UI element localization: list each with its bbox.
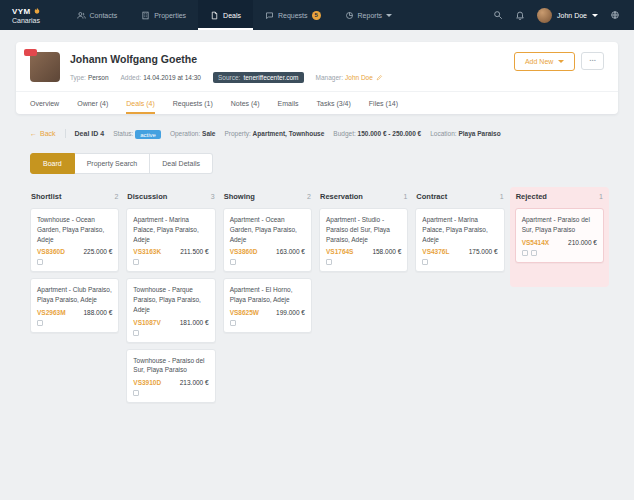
tab-overview[interactable]: Overview bbox=[30, 92, 59, 114]
logo[interactable]: VYM Canarias bbox=[0, 0, 55, 30]
nav-contacts[interactable]: Contacts bbox=[65, 0, 130, 30]
pencil-icon bbox=[376, 74, 383, 81]
property-title: Apartment - El Horno, Playa Paraiso, Ade… bbox=[230, 285, 305, 305]
view-toggle: Board Property Search Deal Details bbox=[30, 153, 213, 174]
board-column-discussion: Discussion3 Apartment - Marina Palace, P… bbox=[126, 192, 215, 409]
reports-icon bbox=[345, 11, 354, 20]
deal-status: Status: active bbox=[113, 130, 161, 137]
search-icon[interactable] bbox=[493, 10, 503, 20]
nav-label: Reports bbox=[358, 12, 383, 19]
deal-card[interactable]: Apartment - Marina Palace, Playa Paraiso… bbox=[415, 208, 504, 272]
column-count: 2 bbox=[307, 193, 311, 200]
nav-label: Contacts bbox=[90, 12, 118, 19]
card-checkbox[interactable] bbox=[133, 390, 139, 396]
meta-source: Source:teneriffecenter.com bbox=[213, 72, 304, 83]
property-search-view-button[interactable]: Property Search bbox=[75, 153, 151, 174]
deal-card[interactable]: Apartment - Club Paraiso, Playa Paraiso,… bbox=[30, 278, 119, 333]
column-title: Rejected bbox=[516, 192, 547, 201]
contact-meta: Type:Person Added:14.04.2019 at 14:30 So… bbox=[70, 72, 383, 83]
deal-card[interactable]: Townhouse - Paraiso del Sur, Playa Parai… bbox=[126, 349, 215, 404]
property-price: 188.000 € bbox=[83, 309, 112, 316]
tab-requests[interactable]: Requests (1) bbox=[173, 92, 213, 114]
card-checkbox[interactable] bbox=[422, 259, 428, 265]
property-price: 158.000 € bbox=[372, 248, 401, 255]
card-checkbox[interactable] bbox=[522, 250, 528, 256]
tab-notes[interactable]: Notes (4) bbox=[231, 92, 260, 114]
tab-emails[interactable]: Emails bbox=[278, 92, 299, 114]
deal-card[interactable]: Apartment - Ocean Garden, Playa Paraiso,… bbox=[223, 208, 312, 272]
property-code-link[interactable]: VS8360D bbox=[37, 248, 65, 255]
property-price: 210.000 € bbox=[568, 239, 597, 246]
card-checkbox[interactable] bbox=[37, 259, 43, 265]
logo-text: VYM bbox=[12, 7, 31, 16]
tab-tasks[interactable]: Tasks (3/4) bbox=[317, 92, 351, 114]
manager-link[interactable]: John Doe bbox=[345, 74, 383, 81]
divider bbox=[65, 129, 66, 138]
property-title: Apartment - Paraiso del Sur, Playa Parai… bbox=[522, 215, 597, 235]
deal-card[interactable]: Apartment - Marina Palace, Playa Paraiso… bbox=[126, 208, 215, 272]
contact-avatar bbox=[30, 52, 60, 82]
deal-card[interactable]: Apartment - Paraiso del Sur, Playa Parai… bbox=[515, 208, 604, 263]
board-column-contract: Contract1 Apartment - Marina Palace, Pla… bbox=[415, 192, 504, 278]
property-price: 213.000 € bbox=[180, 379, 209, 386]
deal-id: Deal ID 4 bbox=[75, 130, 105, 137]
contact-header: Johann Wolfgang Goethe Type:Person Added… bbox=[16, 42, 618, 91]
requests-count-badge: 5 bbox=[312, 11, 321, 20]
deal-operation: Operation: Sale bbox=[170, 130, 216, 137]
card-checkbox[interactable] bbox=[133, 330, 139, 336]
card-checkbox[interactable] bbox=[37, 320, 43, 326]
card-checkbox[interactable] bbox=[230, 320, 236, 326]
tab-deals[interactable]: Deals (4) bbox=[126, 92, 154, 114]
deal-card[interactable]: Apartment - Studio - Paraiso del Sur, Pl… bbox=[319, 208, 408, 272]
property-code-link[interactable]: VS2963M bbox=[37, 309, 66, 316]
property-price: 163.000 € bbox=[276, 248, 305, 255]
add-new-button[interactable]: Add New bbox=[514, 52, 575, 71]
kanban-board: Shortlist2 Townhouse - Ocean Garden, Pla… bbox=[30, 192, 604, 409]
user-avatar bbox=[537, 8, 552, 23]
nav-deals[interactable]: Deals bbox=[198, 0, 253, 30]
top-navbar: VYM Canarias Contacts Properties Deals R… bbox=[0, 0, 634, 30]
card-checkbox[interactable] bbox=[326, 259, 332, 265]
more-button[interactable]: ... bbox=[581, 52, 604, 70]
column-title: Discussion bbox=[127, 192, 167, 201]
back-button[interactable]: ←Back bbox=[30, 130, 56, 137]
property-code-link[interactable]: VS3163K bbox=[133, 248, 161, 255]
property-code-link[interactable]: VS3910D bbox=[133, 379, 161, 386]
property-code-link[interactable]: VS8625W bbox=[230, 309, 259, 316]
property-code-link[interactable]: VS4376L bbox=[422, 248, 449, 255]
nav-properties[interactable]: Properties bbox=[129, 0, 198, 30]
column-count: 1 bbox=[403, 193, 407, 200]
property-code-link[interactable]: VS5414X bbox=[522, 239, 549, 246]
deal-details-view-button[interactable]: Deal Details bbox=[150, 153, 213, 174]
contact-name: Johann Wolfgang Goethe bbox=[70, 53, 383, 65]
back-arrow-icon: ← bbox=[30, 130, 37, 137]
deal-card[interactable]: Townhouse - Ocean Garden, Playa Paraiso,… bbox=[30, 208, 119, 272]
card-list-icon[interactable] bbox=[531, 250, 537, 256]
navbar-right: John Doe bbox=[493, 0, 634, 30]
nav-requests[interactable]: Requests 5 bbox=[253, 0, 333, 30]
property-code-link[interactable]: VS1764S bbox=[326, 248, 353, 255]
user-menu[interactable]: John Doe bbox=[537, 8, 598, 23]
property-title: Apartment - Club Paraiso, Playa Paraiso,… bbox=[37, 285, 112, 305]
bell-icon[interactable] bbox=[515, 10, 525, 20]
tab-files[interactable]: Files (14) bbox=[369, 92, 398, 114]
property-code-link[interactable]: VS3860D bbox=[230, 248, 258, 255]
nav-reports[interactable]: Reports bbox=[333, 0, 405, 30]
deals-icon bbox=[210, 11, 219, 20]
column-count: 1 bbox=[500, 193, 504, 200]
property-price: 225.000 € bbox=[83, 248, 112, 255]
board-view-button[interactable]: Board bbox=[30, 153, 75, 174]
meta-manager: Manager:John Doe bbox=[316, 74, 383, 81]
deal-card[interactable]: Apartment - El Horno, Playa Paraiso, Ade… bbox=[223, 278, 312, 333]
status-badge: active bbox=[135, 130, 161, 139]
card-checkbox[interactable] bbox=[230, 259, 236, 265]
board-column-shortlist: Shortlist2 Townhouse - Ocean Garden, Pla… bbox=[30, 192, 119, 339]
property-code-link[interactable]: VS1087V bbox=[133, 319, 160, 326]
globe-icon[interactable] bbox=[610, 10, 620, 20]
deal-card[interactable]: Townhouse - Parque Paraiso, Playa Parais… bbox=[126, 278, 215, 342]
card-checkbox[interactable] bbox=[133, 259, 139, 265]
deal-budget: Budget: 150.000 € - 250.000 € bbox=[333, 130, 421, 137]
contacts-icon bbox=[77, 11, 86, 20]
contact-tabs: Overview Owner (4) Deals (4) Requests (1… bbox=[16, 91, 618, 114]
tab-owner[interactable]: Owner (4) bbox=[77, 92, 108, 114]
